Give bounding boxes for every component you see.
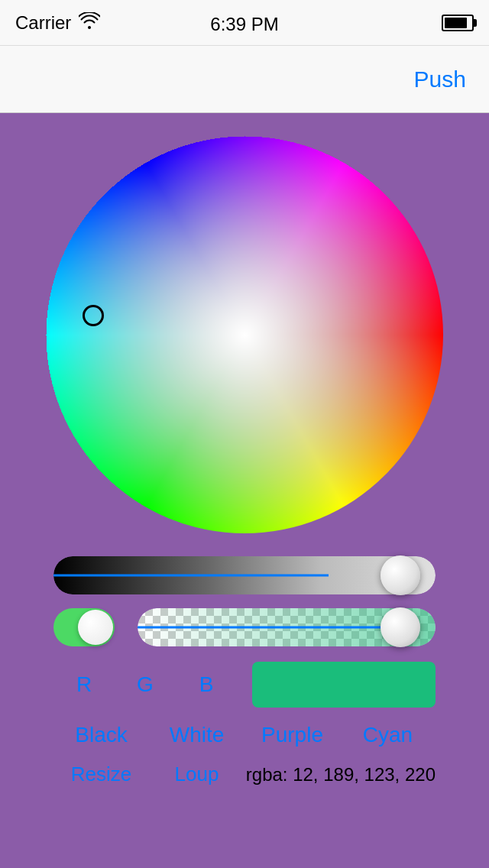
- carrier-label: Carrier: [15, 12, 71, 34]
- alpha-line: [138, 627, 388, 629]
- nav-bar: Push: [0, 46, 489, 113]
- toggle-knob: [78, 610, 113, 645]
- preset-cyan[interactable]: Cyan: [340, 723, 436, 747]
- main-content: R G B Black White Purple Cyan Resize Lou…: [0, 113, 489, 868]
- presets-row: Black White Purple Cyan: [53, 723, 436, 747]
- brightness-slider-track[interactable]: [53, 556, 436, 594]
- sliders-section: [53, 556, 436, 646]
- color-wheel-container[interactable]: [46, 136, 443, 533]
- b-label: B: [176, 672, 237, 697]
- alpha-slider-row: [53, 608, 436, 646]
- bottom-row: Resize Loup rgba: 12, 189, 123, 220: [53, 763, 436, 786]
- preset-black[interactable]: Black: [53, 723, 149, 747]
- status-time: 6:39 PM: [210, 14, 278, 35]
- brightness-line: [53, 575, 329, 577]
- preset-purple[interactable]: Purple: [244, 723, 340, 747]
- push-button[interactable]: Push: [414, 66, 466, 92]
- color-preview-box: [252, 662, 436, 708]
- alpha-checker: [138, 608, 436, 646]
- brightness-slider-row: [53, 556, 436, 594]
- r-label: R: [53, 672, 115, 697]
- resize-button[interactable]: Resize: [53, 763, 149, 786]
- g-label: G: [115, 672, 176, 697]
- rgb-row: R G B: [53, 662, 436, 708]
- rgba-display: rgba: 12, 189, 123, 220: [244, 764, 436, 785]
- wifi-icon: [79, 12, 100, 34]
- brightness-track-inner: [53, 556, 436, 594]
- preset-white[interactable]: White: [149, 723, 244, 747]
- toggle-switch[interactable]: [53, 608, 115, 646]
- color-wheel[interactable]: [46, 136, 443, 533]
- loup-button[interactable]: Loup: [149, 763, 244, 786]
- status-bar: Carrier 6:39 PM: [0, 0, 489, 46]
- alpha-slider-track[interactable]: [138, 608, 436, 646]
- status-left: Carrier: [15, 12, 100, 34]
- battery-icon: [442, 15, 474, 31]
- alpha-track-inner: [138, 608, 436, 646]
- battery-fill: [445, 18, 467, 28]
